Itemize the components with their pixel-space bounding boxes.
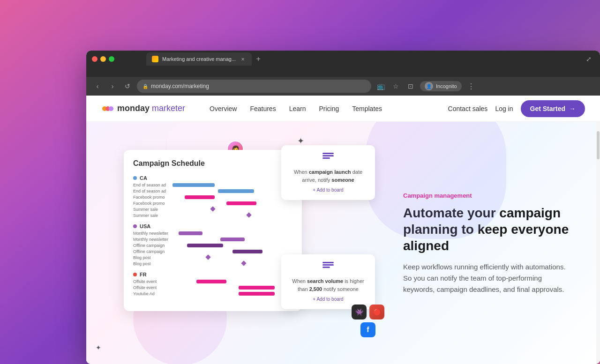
gantt-row-usa-5: Blog post	[133, 255, 292, 260]
gantt-bar-ca-6	[172, 213, 292, 218]
integration-row-1: 👾 🔴	[352, 305, 384, 319]
gantt-label-usa-4: Offline campaign	[133, 249, 171, 254]
gantt-row-usa-4: Offline campaign	[133, 249, 292, 254]
bar-ca-2a	[218, 189, 254, 193]
svg-rect-7	[322, 264, 334, 266]
bar-fr-2	[239, 286, 275, 290]
gantt-row-ca-3: Facebook promo	[133, 195, 292, 200]
gantt-row-fr-3: Youtube Ad	[133, 291, 292, 296]
sparkle-icon-3: ✦	[96, 344, 101, 351]
refresh-button[interactable]: ↺	[122, 81, 133, 92]
bar-ca-4a	[226, 201, 256, 205]
hero-heading: Automate your campaign planning to keep …	[403, 205, 572, 254]
login-link[interactable]: Log in	[495, 105, 513, 112]
integration-icon-dark: 👾	[352, 305, 367, 319]
gantt-row-ca-4: Facebook promo	[133, 201, 292, 206]
gantt-bar-ca-4	[172, 201, 292, 206]
active-tab[interactable]: Marketing and creative manag... ✕	[146, 52, 252, 66]
gantt-row-usa-2: Monthly newsletter	[133, 237, 292, 242]
nav-overview[interactable]: Overview	[204, 101, 242, 116]
minimize-button[interactable]	[100, 56, 106, 62]
automation-text-2: When search volume is higher than 2,500 …	[289, 277, 368, 293]
svg-point-2	[109, 106, 113, 111]
campaign-schedule-title: Campaign Schedule	[133, 159, 292, 168]
integration-icons: 👾 🔴 f	[352, 305, 384, 337]
logo-link[interactable]: monday marketer	[101, 102, 185, 115]
campaign-card-container: 👩 Campaign Schedule CA End of season ad	[114, 141, 394, 347]
browser-chrome: Marketing and creative manag... ✕ + ⤢	[86, 51, 600, 77]
get-started-button[interactable]: Get Started	[521, 100, 585, 117]
scrollbar-thumb[interactable]	[597, 131, 600, 159]
close-button[interactable]	[92, 56, 98, 62]
bar-fr-1	[196, 280, 226, 283]
gantt-bar-usa-4	[172, 249, 292, 254]
tab-search-icon[interactable]: ⊡	[405, 81, 416, 92]
page-scrollbar[interactable]	[596, 122, 600, 364]
region-usa-label: USA	[133, 223, 292, 229]
page-content: monday marketer Overview Features Learn …	[86, 96, 600, 364]
tab-close-button[interactable]: ✕	[240, 56, 246, 62]
logo-icon	[101, 102, 114, 115]
traffic-lights	[92, 56, 114, 62]
gantt-row-ca-1: End of season ad	[133, 183, 292, 187]
svg-rect-4	[322, 155, 334, 156]
gantt-row-usa-6: Blog post	[133, 261, 292, 266]
automation-card-1: When campaign launch date arrive, notify…	[281, 145, 375, 200]
gantt-label-usa-3: Offline campaign	[133, 243, 171, 248]
nav-features[interactable]: Features	[244, 101, 281, 116]
bar-usa-4	[232, 250, 262, 253]
gantt-row-ca-2: End of season ad	[133, 189, 292, 193]
more-windows-icon[interactable]: ⤢	[583, 53, 594, 65]
region-fr-label: FR	[133, 272, 292, 277]
ca-dot	[133, 176, 137, 180]
gantt-label-usa-2: Monthly newsletter	[133, 237, 171, 242]
incognito-badge[interactable]: 👤 Incognito	[420, 81, 462, 91]
gantt-bar-fr-3	[172, 291, 292, 296]
lock-icon: 🔒	[142, 84, 148, 89]
svg-rect-5	[322, 157, 330, 159]
nav-templates[interactable]: Templates	[346, 101, 388, 116]
browser-window: Marketing and creative manag... ✕ + ⤢ ‹ …	[86, 51, 600, 364]
back-button[interactable]: ‹	[92, 81, 103, 92]
diamond-ca-6	[246, 212, 251, 217]
hero-text: Campaign management Automate your campai…	[394, 192, 572, 295]
new-tab-button[interactable]: +	[252, 52, 265, 66]
tab-bar: Marketing and creative manag... ✕ +	[118, 52, 579, 66]
automation-icon-2	[289, 262, 368, 274]
add-to-board-1[interactable]: + Add to board	[289, 187, 368, 193]
gantt-label-fr-2: Offsite event	[133, 285, 171, 290]
gantt-label-ca-5: Summer sale	[133, 207, 171, 212]
automation-text-1: When campaign launch date arrive, notify…	[289, 168, 368, 184]
add-to-board-2[interactable]: + Add to board	[289, 297, 368, 302]
browser-toolbar: ‹ › ↺ 🔒 monday.com/marketing 📺 ☆ ⊡ 👤 Inc…	[86, 77, 600, 96]
bookmark-icon[interactable]: ☆	[390, 81, 401, 92]
browser-more-button[interactable]: ⋮	[465, 80, 477, 93]
bar-ca-1a	[172, 183, 215, 187]
cast-icon[interactable]: 📺	[375, 81, 386, 92]
gantt-bar-usa-1	[172, 231, 292, 236]
contact-sales-link[interactable]: Contact sales	[448, 105, 488, 112]
gantt-label-usa-1: Monthly newsletter	[133, 231, 171, 236]
gantt-fr-section: FR Offsite event Offsite event	[133, 272, 292, 296]
svg-rect-3	[322, 153, 334, 154]
address-bar[interactable]: 🔒 monday.com/marketing	[137, 80, 371, 93]
gantt-label-usa-5: Blog post	[133, 255, 171, 260]
gantt-bar-ca-1	[172, 183, 292, 187]
gantt-bar-usa-6	[172, 261, 292, 266]
gantt-label-ca-1: End of season ad	[133, 183, 171, 187]
nav-pricing[interactable]: Pricing	[313, 101, 345, 116]
integration-icon-facebook: f	[360, 322, 375, 337]
usa-dot	[133, 224, 137, 228]
gantt-ca-section: CA End of season ad End of season ad	[133, 175, 292, 218]
bar-fr-3	[239, 292, 275, 296]
nav-learn[interactable]: Learn	[284, 101, 312, 116]
svg-rect-8	[322, 267, 330, 268]
region-ca-label: CA	[133, 175, 292, 181]
gantt-bar-usa-2	[172, 237, 292, 242]
gantt-label-ca-3: Facebook promo	[133, 195, 171, 200]
incognito-label: Incognito	[436, 83, 457, 89]
gantt-label-fr-1: Offsite event	[133, 279, 171, 284]
site-navigation: monday marketer Overview Features Learn …	[86, 96, 600, 122]
maximize-button[interactable]	[109, 56, 114, 62]
forward-button[interactable]: ›	[107, 81, 118, 92]
